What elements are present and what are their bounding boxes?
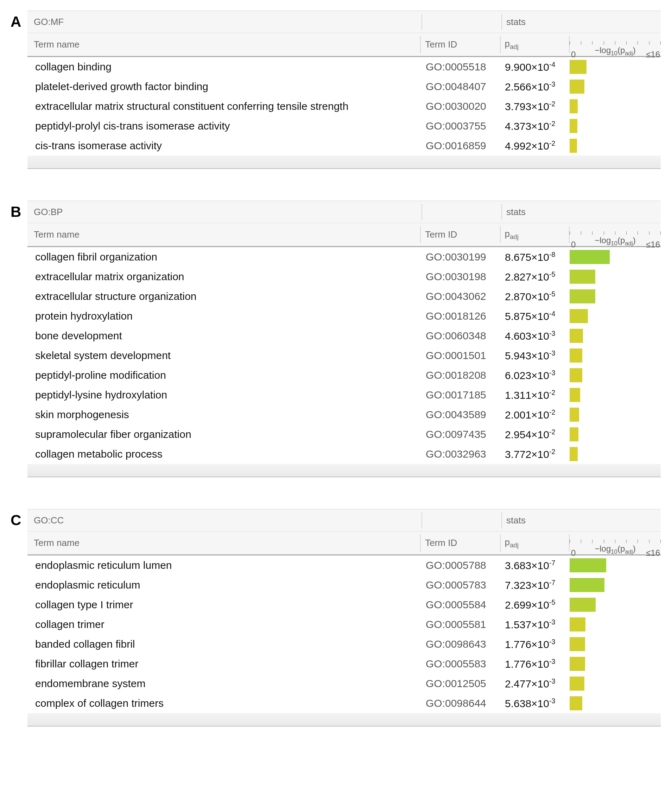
term-name: collagen metabolic process bbox=[27, 448, 421, 460]
padj-value: 2.566×10-3 bbox=[501, 80, 569, 93]
enrichment-bar bbox=[570, 139, 577, 153]
divider bbox=[421, 204, 422, 220]
padj-value: 2.477×10-3 bbox=[501, 677, 569, 690]
bar-cell bbox=[569, 575, 661, 595]
header-row: Term nameTerm IDpadj0−log10(padj)≤16 bbox=[27, 223, 661, 247]
term-id: GO:0030020 bbox=[421, 100, 501, 112]
panel-label: B bbox=[11, 200, 27, 220]
padj-value: 3.772×10-2 bbox=[501, 448, 569, 460]
term-id: GO:0005583 bbox=[421, 658, 501, 670]
page: AGO:MFstatsTerm nameTerm IDpadj0−log10(p… bbox=[0, 0, 672, 772]
table-row: peptidyl-prolyl cis-trans isomerase acti… bbox=[27, 116, 661, 136]
col-header-term-name: Term name bbox=[27, 229, 420, 240]
table-row: supramolecular fiber organizationGO:0097… bbox=[27, 425, 661, 444]
col-header-term-id: Term ID bbox=[421, 39, 499, 50]
padj-value: 1.776×10-3 bbox=[501, 638, 569, 651]
term-name: extracellular structure organization bbox=[27, 290, 421, 302]
padj-value: 6.023×10-3 bbox=[501, 369, 569, 382]
enrichment-bar bbox=[570, 348, 582, 362]
padj-value: 1.537×10-3 bbox=[501, 618, 569, 631]
term-id: GO:0005581 bbox=[421, 619, 501, 630]
category-row: GO:CCstats bbox=[27, 509, 661, 532]
category-label: GO:MF bbox=[27, 16, 421, 27]
bar-cell bbox=[569, 116, 661, 136]
enrichment-bar bbox=[570, 388, 580, 402]
enrichment-bar bbox=[570, 598, 596, 612]
padj-value: 2.954×10-2 bbox=[501, 428, 569, 441]
axis-ticks bbox=[570, 540, 661, 543]
table-row: platelet-derived growth factor bindingGO… bbox=[27, 77, 661, 96]
enrichment-bar bbox=[570, 578, 605, 592]
term-id: GO:0097435 bbox=[421, 428, 501, 440]
bar-cell bbox=[569, 444, 661, 464]
category-row: GO:BPstats bbox=[27, 200, 661, 223]
bar-cell bbox=[569, 634, 661, 654]
term-name: peptidyl-prolyl cis-trans isomerase acti… bbox=[27, 120, 421, 132]
bar-cell bbox=[569, 615, 661, 634]
enrichment-bar bbox=[570, 558, 606, 572]
col-header-term-id: Term ID bbox=[421, 537, 499, 548]
enrichment-bar bbox=[570, 99, 578, 113]
bar-cell bbox=[569, 77, 661, 96]
bar-cell bbox=[569, 346, 661, 366]
term-name: fibrillar collagen trimer bbox=[27, 658, 421, 670]
term-name: extracellular matrix organization bbox=[27, 271, 421, 283]
panel-a: AGO:MFstatsTerm nameTerm IDpadj0−log10(p… bbox=[11, 11, 661, 169]
category-label: GO:BP bbox=[27, 207, 421, 218]
term-id: GO:0005518 bbox=[421, 61, 501, 73]
table-row: endoplasmic reticulumGO:00057837.323×10-… bbox=[27, 575, 661, 595]
table-row: endomembrane systemGO:00125052.477×10-3 bbox=[27, 674, 661, 693]
table-row: complex of collagen trimersGO:00986445.6… bbox=[27, 693, 661, 713]
col-header-padj: padj bbox=[501, 228, 569, 241]
enrichment-table: GO:MFstatsTerm nameTerm IDpadj0−log10(pa… bbox=[27, 11, 661, 169]
table-footer bbox=[27, 156, 661, 169]
term-id: GO:0048407 bbox=[421, 80, 501, 93]
divider bbox=[421, 512, 422, 528]
enrichment-bar bbox=[570, 617, 586, 632]
term-id: GO:0043589 bbox=[421, 409, 501, 421]
category-row: GO:MFstats bbox=[27, 11, 661, 33]
enrichment-bar bbox=[570, 427, 578, 441]
col-header-padj: padj bbox=[501, 537, 569, 549]
bar-cell bbox=[569, 555, 661, 575]
padj-value: 1.776×10-3 bbox=[501, 657, 569, 670]
term-id: GO:0032963 bbox=[421, 448, 501, 460]
padj-value: 1.311×10-2 bbox=[501, 389, 569, 401]
bar-cell bbox=[569, 405, 661, 425]
divider bbox=[421, 14, 422, 30]
table-row: extracellular structure organizationGO:0… bbox=[27, 287, 661, 306]
category-label: GO:CC bbox=[27, 515, 421, 526]
term-name: supramolecular fiber organization bbox=[27, 428, 421, 440]
bar-cell bbox=[569, 96, 661, 116]
enrichment-bar bbox=[570, 637, 585, 651]
bar-cell bbox=[569, 385, 661, 405]
bar-cell bbox=[569, 366, 661, 385]
term-id: GO:0098643 bbox=[421, 638, 501, 650]
table-row: collagen bindingGO:00055189.900×10-4 bbox=[27, 57, 661, 77]
stats-label: stats bbox=[502, 207, 526, 218]
table-row: collagen metabolic processGO:00329633.77… bbox=[27, 444, 661, 464]
padj-value: 3.683×10-7 bbox=[501, 559, 569, 572]
bar-cell bbox=[569, 326, 661, 346]
term-name: collagen type I trimer bbox=[27, 599, 421, 611]
term-name: extracellular matrix structural constitu… bbox=[27, 100, 421, 112]
padj-value: 8.675×10-8 bbox=[501, 251, 569, 263]
padj-value: 4.992×10-2 bbox=[501, 139, 569, 152]
bar-cell bbox=[569, 136, 661, 156]
term-name: skeletal system development bbox=[27, 350, 421, 361]
enrichment-bar bbox=[570, 447, 578, 461]
padj-value: 5.638×10-3 bbox=[501, 697, 569, 710]
bar-cell bbox=[569, 267, 661, 287]
col-header-term-name: Term name bbox=[27, 39, 420, 50]
term-name: cis-trans isomerase activity bbox=[27, 140, 421, 152]
table-row: collagen type I trimerGO:00055842.699×10… bbox=[27, 595, 661, 615]
panel-b: BGO:BPstatsTerm nameTerm IDpadj0−log10(p… bbox=[11, 200, 661, 477]
axis-ticks bbox=[570, 41, 661, 45]
enrichment-bar bbox=[570, 696, 582, 710]
table-row: fibrillar collagen trimerGO:00055831.776… bbox=[27, 654, 661, 674]
term-name: endoplasmic reticulum bbox=[27, 579, 421, 591]
term-name: banded collagen fibril bbox=[27, 638, 421, 650]
enrichment-bar bbox=[570, 80, 584, 94]
term-id: GO:0018208 bbox=[421, 369, 501, 381]
col-header-term-name: Term name bbox=[27, 537, 420, 548]
